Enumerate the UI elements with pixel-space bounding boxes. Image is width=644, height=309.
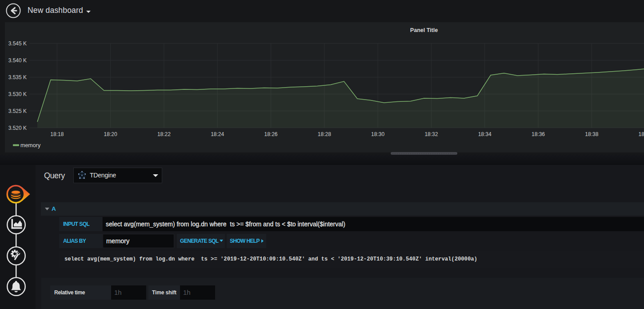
svg-text:3.540 K: 3.540 K (8, 57, 27, 64)
svg-text:3.520 K: 3.520 K (8, 125, 27, 131)
svg-text:18:38: 18:38 (585, 131, 598, 137)
svg-text:18:36: 18:36 (532, 131, 545, 137)
svg-text:18:28: 18:28 (318, 131, 331, 137)
svg-text:18:18: 18:18 (50, 131, 64, 137)
svg-text:3.545 K: 3.545 K (8, 40, 27, 47)
svg-text:18:22: 18:22 (157, 131, 171, 137)
svg-text:3.525 K: 3.525 K (8, 108, 27, 114)
svg-text:3.535 K: 3.535 K (8, 74, 27, 80)
svg-text:memory: memory (20, 142, 41, 148)
svg-text:18:26: 18:26 (264, 131, 277, 137)
svg-text:18:20: 18:20 (104, 131, 117, 137)
svg-text:18:30: 18:30 (371, 131, 384, 137)
svg-text:18:34: 18:34 (478, 131, 492, 137)
svg-text:18:32: 18:32 (424, 131, 438, 137)
svg-text:3.530 K: 3.530 K (8, 91, 27, 97)
svg-text:18:40: 18:40 (639, 131, 644, 137)
svg-text:18:24: 18:24 (211, 131, 224, 137)
